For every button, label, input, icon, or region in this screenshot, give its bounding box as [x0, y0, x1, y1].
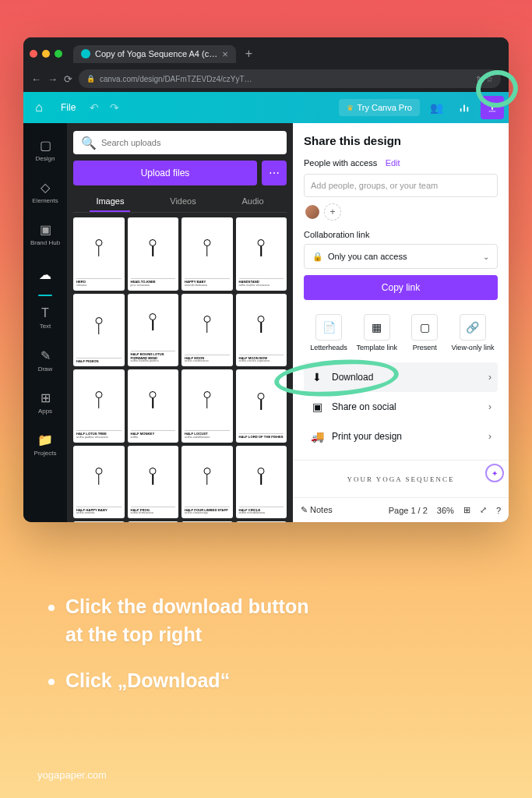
rail-projects[interactable]: 📁Projects — [23, 424, 67, 464]
share-actions: 📄Letterheads ▦Template link ▢Present 🔗Vi… — [304, 314, 498, 351]
try-pro-button[interactable]: ♛Try Canva Pro — [339, 99, 420, 116]
invite-icon[interactable]: 👥 — [425, 96, 448, 119]
bookmark-icon[interactable]: ☆ — [486, 75, 493, 83]
upload-thumb[interactable]: HALF MOON BOWardha candra capasana — [236, 294, 287, 367]
page-indicator[interactable]: Page 1 / 2 — [389, 506, 428, 515]
search-input[interactable] — [101, 138, 279, 147]
print-icon: 🚚 — [310, 430, 324, 443]
share-url-icon[interactable]: ⇧ — [475, 75, 481, 83]
help-icon[interactable]: ? — [496, 506, 501, 515]
upload-thumb[interactable]: HALF FOUR LIMBED STAFFardha chaturanga — [181, 446, 233, 519]
edit-access-link[interactable]: Edit — [386, 158, 400, 168]
new-tab-button[interactable]: + — [241, 47, 257, 61]
action-letterheads[interactable]: 📄Letterheads — [307, 314, 351, 351]
copy-link-button[interactable]: Copy link — [304, 275, 498, 300]
chevron-right-icon: › — [488, 431, 491, 442]
rail-draw[interactable]: ✎Draw — [23, 340, 67, 380]
forward-button[interactable]: → — [48, 73, 58, 85]
avatar[interactable] — [304, 203, 321, 221]
action-view-only[interactable]: 🔗View-only link — [451, 314, 495, 351]
back-button[interactable]: ← — [31, 73, 41, 85]
address-bar[interactable]: 🔒 canva.com/design/DAFmTZEVDz4/czYyT… ⇧ … — [79, 69, 501, 88]
browser-chrome: Copy of Yoga Sequence A4 (c… × + ← → ⟳ 🔒… — [23, 37, 509, 92]
upload-thumb[interactable]: HALF PIGEON — [73, 294, 125, 367]
upload-thumb[interactable]: HALF BOATardha navasana — [181, 521, 233, 522]
action-template-link[interactable]: ▦Template link — [355, 314, 399, 351]
design-icon: ▢ — [40, 138, 51, 153]
tab-title: Copy of Yoga Sequence A4 (c… — [95, 49, 217, 58]
upload-thumb[interactable]: HALF FROGardha bhekasana — [128, 446, 179, 519]
tab-audio[interactable]: Audio — [235, 192, 270, 212]
upload-thumb[interactable]: HALF CIRCLEardha mandalasana — [236, 446, 287, 519]
upload-thumb[interactable]: HANDSTANDadho mukha vrksasana — [236, 217, 287, 291]
crown-icon: ♛ — [347, 104, 354, 112]
download-row[interactable]: ⬇ Download › — [304, 362, 498, 392]
search-uploads[interactable]: 🔍 — [73, 131, 287, 154]
collab-link-label: Collaboration link — [304, 230, 498, 239]
home-button[interactable]: ⌂ — [28, 97, 50, 118]
upload-thumb[interactable]: HALF BOUND LOTUS FORWARD BENDardha baddh… — [128, 294, 179, 367]
zoom-level[interactable]: 36% — [437, 506, 454, 515]
brand-hub-icon: ▣ — [40, 222, 51, 237]
share-social-row[interactable]: ▣ Share on social › — [304, 392, 498, 422]
share-button[interactable] — [481, 96, 504, 119]
apps-icon: ⊞ — [41, 390, 51, 405]
rail-brand-hub[interactable]: ▣Brand Hub — [23, 214, 67, 254]
upload-thumb[interactable]: HALF BOWardha dhanurasana — [128, 521, 179, 522]
upload-thumb[interactable]: HAPPY BABYananda balasana — [181, 217, 233, 291]
file-menu[interactable]: File — [55, 99, 82, 116]
footer-credit: yogapaper.com — [37, 769, 107, 781]
present-icon: ▢ — [411, 314, 438, 341]
url-text: canva.com/design/DAFmTZEVDz4/czYyT… — [100, 75, 252, 83]
window-controls[interactable] — [30, 50, 62, 58]
maximize-window-icon[interactable] — [55, 50, 62, 58]
tab-images[interactable]: Images — [90, 192, 130, 212]
rail-design[interactable]: ▢Design — [23, 129, 67, 170]
reload-button[interactable]: ⟳ — [64, 73, 72, 85]
lock-icon: 🔒 — [86, 75, 95, 83]
upload-more-button[interactable]: ⋯ — [262, 161, 287, 185]
browser-tab[interactable]: Copy of Yoga Sequence A4 (c… × — [73, 45, 236, 63]
download-icon: ⬇ — [310, 371, 324, 383]
upload-thumb[interactable]: HALF MONKEYardha — [128, 369, 179, 443]
action-present[interactable]: ▢Present — [403, 314, 446, 351]
upload-thumb[interactable]: HALF BOUND LOTUSardha baddha padma — [73, 521, 125, 522]
media-type-tabs: Images Videos Audio — [73, 192, 287, 213]
tab-videos[interactable]: Videos — [164, 192, 202, 212]
insights-icon[interactable] — [453, 96, 476, 119]
rail-text[interactable]: TText — [23, 298, 67, 338]
access-level-select[interactable]: 🔒 Only you can access ⌄ — [304, 244, 498, 269]
uploads-icon: ☁ — [39, 267, 51, 282]
rail-uploads[interactable]: ☁ — [23, 256, 67, 296]
fullscreen-icon[interactable]: ⤢ — [480, 505, 487, 515]
upload-thumb[interactable]: HEAD-TO-KNEEjanu sirsasana — [128, 217, 179, 291]
search-icon: 🔍 — [81, 136, 97, 150]
print-row[interactable]: 🚚 Print your design › — [304, 422, 498, 451]
add-people-input[interactable]: Add people, groups, or your team — [304, 174, 498, 197]
rail-apps[interactable]: ⊞Apps — [23, 382, 67, 422]
close-tab-icon[interactable]: × — [222, 48, 228, 60]
upload-thumb[interactable]: HEROvrksana — [73, 217, 125, 291]
notes-button[interactable]: ✎ Notes — [301, 505, 333, 515]
upload-thumb[interactable]: HALF LORD OF THE FISHES — [236, 369, 287, 443]
upload-thumb[interactable]: HALF HAPPY BABYardha ananda — [73, 446, 125, 519]
close-window-icon[interactable] — [30, 50, 37, 58]
upload-thumb[interactable]: GORILLApadahastasana — [236, 521, 287, 522]
lock-icon: 🔒 — [312, 252, 323, 262]
uploads-panel: 🔍 Upload files ⋯ Images Videos Audio HER… — [67, 123, 293, 522]
upload-thumb[interactable]: HALF MOONardha candrasana — [181, 294, 233, 367]
canva-topbar: ⌂ File ↶ ↷ ♛Try Canva Pro 👥 — [23, 92, 509, 123]
undo-button[interactable]: ↶ — [86, 98, 102, 117]
chevron-right-icon: › — [488, 372, 491, 383]
redo-button[interactable]: ↷ — [107, 98, 122, 117]
chevron-right-icon: › — [488, 401, 491, 412]
upload-files-button[interactable]: Upload files — [73, 161, 257, 185]
grid-view-icon[interactable]: ⊞ — [463, 505, 470, 515]
rail-elements[interactable]: ◇Elements — [23, 171, 67, 212]
magic-button[interactable]: ✦ — [485, 464, 504, 482]
add-person-button[interactable]: + — [324, 203, 341, 221]
minimize-window-icon[interactable] — [42, 50, 50, 58]
upload-thumb[interactable]: HALF LOTUS TREEardha padma vrksasana — [73, 369, 125, 443]
canvas-preview[interactable]: YOUR YOGA SEQUENCE ✦ — [293, 460, 509, 497]
upload-thumb[interactable]: HALF LOCUSTardha salabhasana — [181, 369, 233, 443]
